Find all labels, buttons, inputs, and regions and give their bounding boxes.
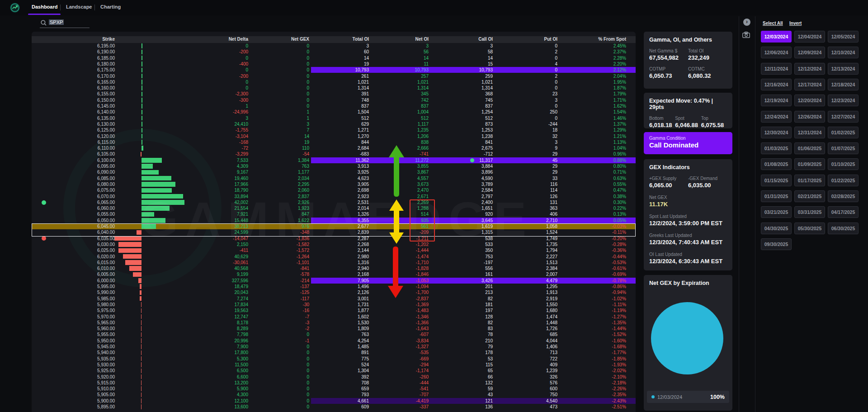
table-row[interactable]: 6,070.0033,8942,8372,9232,6712,7971260.3… <box>32 194 636 199</box>
tab-landscape[interactable]: Landscape <box>66 4 92 9</box>
table-row[interactable]: 6,175.000010,79310,79310,79302.12% <box>32 67 636 73</box>
table-row[interactable]: 5,925.006,50001,304-1,174651,239-2.02% <box>32 368 636 374</box>
expiry-date-chip[interactable]: 12/06/2024 <box>761 47 792 58</box>
expiry-date-chip[interactable]: 12/04/2024 <box>794 31 825 43</box>
expiry-date-chip[interactable]: 01/06/2025 <box>794 142 825 154</box>
gammaedge-logo-icon[interactable] <box>10 3 20 13</box>
expiry-date-chip[interactable]: 12/13/2024 <box>828 63 859 75</box>
table-row[interactable]: 6,060.0021,5541,9232,0141,2881,6513630.2… <box>32 205 636 211</box>
expiry-date-chip[interactable]: 01/31/2025 <box>761 190 792 202</box>
expiry-date-chip[interactable]: 12/24/2024 <box>761 111 792 123</box>
tab-charting[interactable]: Charting <box>100 4 121 9</box>
table-row[interactable]: 6,115.00-1681984483884131.13% <box>32 139 636 145</box>
expiry-date-chip[interactable]: 01/22/2025 <box>828 175 859 186</box>
expiry-date-chip[interactable]: 12/12/2024 <box>794 63 825 75</box>
expiry-date-chip[interactable]: 12/18/2024 <box>828 79 859 90</box>
expiry-date-chip[interactable]: 06/30/2025 <box>828 223 859 234</box>
expiry-date-chip[interactable]: 12/17/2024 <box>794 79 825 90</box>
table-row[interactable]: 6,170.00-200026125725922.04% <box>32 73 636 79</box>
table-row[interactable]: 6,110.00-721102,6842,6662,67591.04% <box>32 145 636 151</box>
col-header-put-oi[interactable]: Put OI <box>512 36 557 42</box>
col-header-strike[interactable]: Strike <box>32 36 115 42</box>
table-row[interactable]: 6,195.000033302.45% <box>32 43 636 49</box>
table-row[interactable]: 6,085.0019,4602,0344,6234,5574,590330.63… <box>32 175 636 181</box>
table-row[interactable]: 6,095.004,3097633,9133,8553,884290.80% <box>32 163 636 169</box>
table-row[interactable]: 6,035.00-14,047-1,8362,287-1,2115381,749… <box>32 236 636 242</box>
col-header-pct-from-spot[interactable]: % From Spot <box>581 36 626 42</box>
table-row[interactable]: 6,075.0018,7902,0602,6982,4702,5841140.4… <box>32 187 636 193</box>
table-row[interactable]: 6,000.00327,596-2147,905-1,0533,4264,479… <box>32 278 636 284</box>
table-row[interactable]: 6,040.0024,599-3482,839-2091,3151,524-0.… <box>32 229 636 235</box>
select-all-link[interactable]: Select All <box>763 21 783 26</box>
table-row[interactable]: 5,900.0012,10004,661-4,4191214,540-2.43% <box>32 398 636 404</box>
table-row[interactable]: 6,130.0024,41036291,117873-2441.37% <box>32 121 636 127</box>
pie-legend-row[interactable]: 12/03/2024 100% <box>647 391 729 403</box>
table-row[interactable]: 6,190.00-200060565822.37% <box>32 49 636 55</box>
expiry-date-chip[interactable]: 12/03/2024 <box>761 31 792 43</box>
table-row[interactable]: 5,960.008,289-21,809-1,643831,726-1.44% <box>32 326 636 331</box>
expiry-date-chip[interactable]: 12/23/2024 <box>828 95 859 106</box>
expiry-date-chip[interactable]: 03/31/2025 <box>794 206 825 218</box>
expiry-date-chip[interactable]: 12/11/2024 <box>761 63 792 75</box>
col-header-net-delta[interactable]: Net Delta <box>203 36 248 42</box>
expiry-date-chip[interactable]: 01/15/2025 <box>761 175 792 186</box>
table-row[interactable]: 5,995.0018,479-1371,496-1,0942011,295-0.… <box>32 284 636 289</box>
table-row[interactable]: 5,955.007,7980763-60778685-1.52% <box>32 331 636 337</box>
expiry-date-chip[interactable]: 12/05/2024 <box>828 31 859 43</box>
table-row[interactable]: 5,940.0017,8000891-535178713-1.77% <box>32 350 636 355</box>
expiry-date-chip[interactable]: 02/28/2025 <box>828 190 859 202</box>
table-row[interactable]: 5,985.007,274-1173,001-2,837822,919-1.02… <box>32 296 636 302</box>
tab-dashboard[interactable]: Dashboard <box>32 4 57 9</box>
table-row[interactable]: 5,945.007,90001,485-1,327791,406-1.68% <box>32 344 636 350</box>
expiry-date-chip[interactable]: 09/30/2025 <box>761 238 792 250</box>
table-row[interactable]: 5,895.0013,6000609-337136473-2.51% <box>32 404 636 410</box>
table-row[interactable]: 6,050.0015,4481,6226,3559353,6452,7100.0… <box>32 218 636 223</box>
expiry-date-chip[interactable]: 12/20/2024 <box>794 95 825 106</box>
table-row[interactable]: 5,915.0013,2000708-444132576-2.18% <box>32 380 636 386</box>
expiry-date-chip[interactable]: 12/10/2024 <box>828 47 859 58</box>
table-row[interactable]: 5,980.0017,834-301,731-1,3691811,550-1.1… <box>32 302 636 308</box>
invert-link[interactable]: Invert <box>789 21 802 26</box>
expiry-date-chip[interactable]: 01/02/2025 <box>828 127 859 138</box>
table-row[interactable]: 6,045.0038,2139762,6775611,6191,058-0.03… <box>32 223 636 229</box>
expiry-date-chip[interactable]: 12/27/2024 <box>828 111 859 123</box>
table-row[interactable]: 5,920.006,6000392-26066326-2.10% <box>32 374 636 380</box>
table-row[interactable]: 6,150.00-300074874274531.71% <box>32 97 636 103</box>
expiry-date-chip[interactable]: 01/17/2025 <box>794 175 825 186</box>
table-row[interactable]: 6,100.007,5331,38411,36211,27211,317450.… <box>32 157 636 163</box>
expiry-date-chip[interactable]: 01/08/2025 <box>761 158 792 170</box>
expiry-date-chip[interactable]: 04/17/2025 <box>828 206 859 218</box>
expiry-date-chip[interactable]: 02/21/2025 <box>794 190 825 202</box>
table-row[interactable]: 5,935.005,3000775-66953722-1.85% <box>32 356 636 362</box>
table-row[interactable]: 6,010.0040,568-8412,940-1,8285562,384-0.… <box>32 265 636 271</box>
table-row[interactable]: 6,030.002,150-1,5822,268-1,2025331,735-0… <box>32 242 636 247</box>
symbol-search-input[interactable]: SPXP <box>40 18 90 28</box>
table-row[interactable]: 6,120.00-3,104141,2701,2061,238321.21% <box>32 133 636 139</box>
expiry-date-chip[interactable]: 12/26/2024 <box>794 111 825 123</box>
screenshot-camera-icon[interactable] <box>742 32 750 40</box>
expiry-date-chip[interactable]: 12/30/2024 <box>761 127 792 138</box>
table-row[interactable]: 6,160.00001,3141,3141,31401.87% <box>32 85 636 91</box>
table-row[interactable]: 5,990.0020,043-1252,126-1,7002131,913-0.… <box>32 289 636 295</box>
expiry-date-chip[interactable]: 12/31/2024 <box>794 127 825 138</box>
table-row[interactable]: 6,135.003151251251201.46% <box>32 115 636 121</box>
table-row[interactable]: 6,105.00-3,299-54-683-741-712290.96% <box>32 151 636 157</box>
expiry-date-chip[interactable]: 01/07/2025 <box>828 142 859 154</box>
table-row[interactable]: 6,140.00-24,99611,5041,0041,2542501.54% <box>32 109 636 115</box>
table-row[interactable]: 6,165.00001,0211,0211,02101.95% <box>32 79 636 85</box>
table-row[interactable]: 6,180.00-400019111542.20% <box>32 61 636 67</box>
collapse-chevron-icon[interactable]: › <box>743 19 750 26</box>
col-header-call-oi[interactable]: Call OI <box>448 36 493 42</box>
col-header-net-gex[interactable]: Net GEX <box>264 36 309 42</box>
table-row[interactable]: 5,950.0020,996-14,254-3,8342104,044-1.60… <box>32 338 636 344</box>
table-row[interactable]: 6,080.0017,9662,2953,9053,6733,7891160.5… <box>32 181 636 187</box>
table-row[interactable]: 6,145.001083783783701.62% <box>32 103 636 109</box>
expiry-date-chip[interactable]: 01/03/2025 <box>761 142 792 154</box>
expiry-date-chip[interactable]: 01/10/2025 <box>828 158 859 170</box>
expiry-date-chip[interactable]: 12/16/2024 <box>761 79 792 90</box>
table-row[interactable]: 6,055.007,9218471,3265149204060.13% <box>32 211 636 217</box>
table-row[interactable]: 6,185.000014141402.28% <box>32 55 636 61</box>
table-row[interactable]: 6,155.00-2,3000391345368231.79% <box>32 91 636 97</box>
expiry-date-chip[interactable]: 05/30/2025 <box>794 223 825 234</box>
table-row[interactable]: 5,975.0019,563-161,877-1,4831971,680-1.1… <box>32 308 636 313</box>
